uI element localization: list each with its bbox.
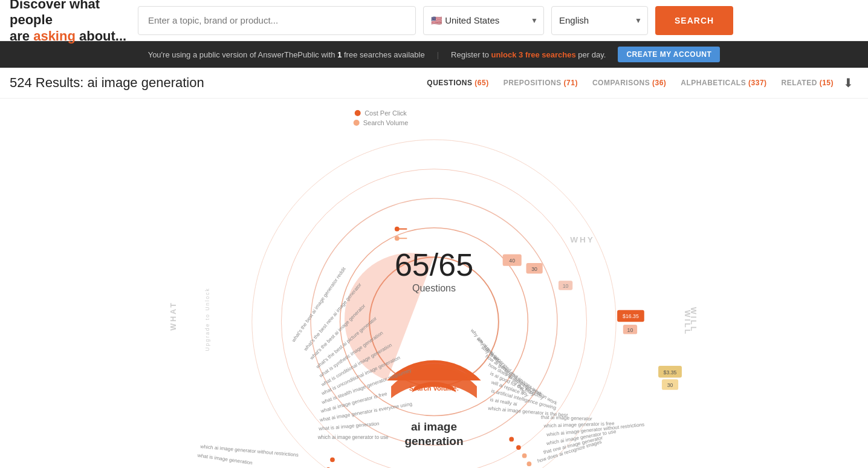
svg-text:30: 30	[667, 382, 673, 388]
brand-line2-suffix: about...	[76, 28, 126, 44]
viz-legend: Cost Per Click Search Volume	[354, 109, 409, 126]
svg-text:WILL: WILL	[689, 307, 698, 333]
unlock-link[interactable]: unlock 3 free searches	[491, 50, 576, 59]
svg-point-22	[526, 461, 531, 466]
brand-line2-prefix: are	[10, 28, 33, 44]
sv-label: Search Volume	[363, 119, 409, 126]
tab-alphabeticals[interactable]: ALPHABETICALS (337)	[681, 79, 766, 87]
legend-cpc: Cost Per Click	[355, 109, 407, 117]
create-account-button[interactable]: CREATE MY ACCOUNT	[618, 47, 720, 62]
svg-text:what ai image generator is eve: what ai image generator is everyone usin…	[319, 401, 413, 423]
svg-text:WHY: WHY	[570, 235, 594, 244]
tab-related[interactable]: RELATED (15)	[782, 79, 834, 87]
header: Discover what people are asking about...…	[0, 0, 868, 41]
center-label: Questions	[395, 283, 473, 294]
center-stats: 65/65 Questions	[395, 249, 473, 294]
svg-text:$3.35: $3.35	[664, 369, 677, 375]
svg-point-21	[522, 453, 527, 458]
results-header: 524 Results: ai image generation QUESTIO…	[0, 68, 868, 99]
download-button[interactable]: ⬇	[838, 76, 858, 90]
svg-text:40: 40	[509, 258, 515, 264]
brand-asking: asking	[33, 28, 76, 44]
svg-point-19	[509, 437, 514, 442]
banner-divider: |	[437, 50, 439, 59]
brand-tagline: Discover what people are asking about...	[10, 0, 131, 44]
svg-point-26	[330, 458, 335, 463]
results-title: 524 Results: ai image generation	[10, 75, 422, 91]
svg-text:$16.35: $16.35	[623, 313, 639, 319]
svg-text:what is ai image generation: what is ai image generation	[318, 421, 380, 432]
tab-questions[interactable]: QUESTIONS (65)	[427, 79, 488, 87]
search-input-wrap	[138, 6, 416, 35]
legend-sv: Search Volume	[354, 119, 409, 126]
cpc-label: Cost Per Click	[364, 109, 407, 117]
sv-dot	[354, 120, 360, 126]
cpc-dot	[355, 110, 361, 116]
tab-prepositions[interactable]: PREPOSITIONS (71)	[504, 79, 578, 87]
search-button[interactable]: SEARCH	[655, 6, 733, 35]
lang-select-wrap: English Spanish French German ▼	[551, 6, 648, 35]
visualization-area: 40 30 10 $16.35 10 $3.35 30	[0, 99, 868, 468]
language-select[interactable]: English Spanish French German	[551, 6, 648, 35]
brand-line1: Discover what people	[10, 0, 100, 27]
svg-point-34	[395, 236, 400, 241]
svg-text:which ai image generator to us: which ai image generator to use	[317, 435, 389, 440]
svg-text:what is image generation: what is image generation	[196, 453, 253, 466]
results-nav-tabs: QUESTIONS (65) PREPOSITIONS (71) COMPARI…	[427, 79, 834, 87]
banner-text: You're using a public version of AnswerT…	[148, 50, 425, 59]
country-select-wrap: 🇺🇸 United States 🇬🇧 United Kingdom 🇦🇺 Au…	[423, 6, 544, 35]
search-volume-label: Search Volume:	[409, 385, 459, 392]
info-banner: You're using a public version of AnswerT…	[0, 41, 868, 68]
search-input[interactable]	[138, 6, 416, 35]
svg-text:10: 10	[627, 327, 633, 333]
banner-register: Register to unlock 3 free searches per d…	[451, 50, 606, 59]
country-select[interactable]: 🇺🇸 United States 🇬🇧 United Kingdom 🇦🇺 Au…	[423, 6, 544, 35]
svg-point-20	[516, 445, 521, 450]
svg-text:that ai image generator: that ai image generator	[541, 414, 592, 421]
svg-text:WHAT: WHAT	[169, 301, 178, 331]
svg-point-32	[395, 227, 400, 232]
center-count: 65/65	[395, 249, 473, 281]
svg-text:Upgrade to Unlock: Upgrade to Unlock	[204, 287, 210, 351]
center-topic: ai imagegeneration	[404, 420, 463, 449]
svg-text:30: 30	[531, 266, 537, 272]
svg-text:10: 10	[563, 283, 569, 289]
tab-comparisons[interactable]: COMPARISONS (36)	[592, 79, 666, 87]
